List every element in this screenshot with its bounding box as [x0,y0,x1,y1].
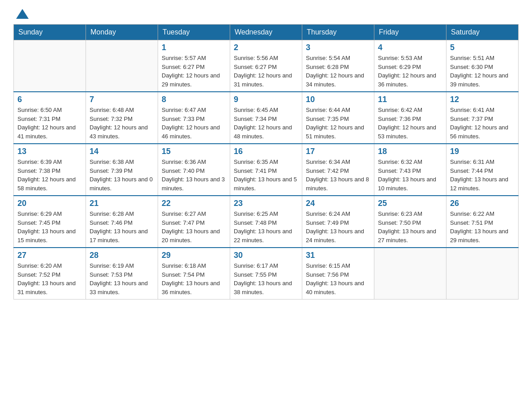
day-detail: Sunrise: 6:25 AMSunset: 7:48 PMDaylight:… [234,210,298,244]
calendar-cell [374,248,446,300]
day-number: 16 [234,147,298,156]
calendar-cell: 16Sunrise: 6:35 AMSunset: 7:41 PMDayligh… [230,144,302,196]
day-detail: Sunrise: 6:27 AMSunset: 7:47 PMDaylight:… [162,210,226,244]
day-number: 13 [17,147,82,156]
calendar-cell: 6Sunrise: 6:50 AMSunset: 7:31 PMDaylight… [14,92,86,144]
calendar-cell: 1Sunrise: 5:57 AMSunset: 6:27 PMDaylight… [158,40,230,92]
calendar-cell: 31Sunrise: 6:15 AMSunset: 7:56 PMDayligh… [302,248,374,300]
calendar-cell: 7Sunrise: 6:48 AMSunset: 7:32 PMDaylight… [86,92,158,144]
day-detail: Sunrise: 6:41 AMSunset: 7:37 PMDaylight:… [450,106,515,141]
day-number: 15 [162,147,226,156]
day-of-week-header: Wednesday [230,25,302,40]
calendar-cell: 22Sunrise: 6:27 AMSunset: 7:47 PMDayligh… [158,196,230,248]
day-detail: Sunrise: 6:28 AMSunset: 7:46 PMDaylight:… [90,210,154,244]
day-detail: Sunrise: 6:48 AMSunset: 7:32 PMDaylight:… [90,106,154,141]
day-number: 21 [90,199,154,208]
calendar-cell: 12Sunrise: 6:41 AMSunset: 7:37 PMDayligh… [446,92,519,144]
calendar-cell: 30Sunrise: 6:17 AMSunset: 7:55 PMDayligh… [230,248,302,300]
calendar-cell: 3Sunrise: 5:54 AMSunset: 6:28 PMDaylight… [302,40,374,92]
day-of-week-header: Sunday [14,25,86,40]
day-number: 11 [378,95,442,104]
calendar-cell: 20Sunrise: 6:29 AMSunset: 7:45 PMDayligh… [14,196,86,248]
page-header [13,9,519,20]
day-number: 25 [378,199,442,208]
day-detail: Sunrise: 6:38 AMSunset: 7:39 PMDaylight:… [90,158,154,193]
day-detail: Sunrise: 6:34 AMSunset: 7:42 PMDaylight:… [306,158,370,193]
calendar-cell: 19Sunrise: 6:31 AMSunset: 7:44 PMDayligh… [446,144,519,196]
day-detail: Sunrise: 6:15 AMSunset: 7:56 PMDaylight:… [306,261,370,296]
calendar-cell [446,248,519,300]
calendar-cell: 15Sunrise: 6:36 AMSunset: 7:40 PMDayligh… [158,144,230,196]
day-detail: Sunrise: 5:57 AMSunset: 6:27 PMDaylight:… [162,54,226,89]
day-number: 28 [90,251,154,260]
day-detail: Sunrise: 6:17 AMSunset: 7:55 PMDaylight:… [234,261,298,296]
day-detail: Sunrise: 6:42 AMSunset: 7:36 PMDaylight:… [378,106,442,141]
day-of-week-header: Thursday [302,25,374,40]
day-number: 3 [306,43,370,52]
day-detail: Sunrise: 6:19 AMSunset: 7:53 PMDaylight:… [90,261,154,296]
day-number: 23 [234,199,298,208]
day-number: 9 [234,95,298,104]
calendar-cell: 29Sunrise: 6:18 AMSunset: 7:54 PMDayligh… [158,248,230,300]
day-number: 5 [450,43,515,52]
calendar-week-row: 13Sunrise: 6:39 AMSunset: 7:38 PMDayligh… [14,144,519,196]
calendar-week-row: 6Sunrise: 6:50 AMSunset: 7:31 PMDaylight… [14,92,519,144]
day-number: 31 [306,251,370,260]
day-detail: Sunrise: 6:47 AMSunset: 7:33 PMDaylight:… [162,106,226,141]
day-number: 1 [162,43,226,52]
calendar-cell: 25Sunrise: 6:23 AMSunset: 7:50 PMDayligh… [374,196,446,248]
calendar-cell: 21Sunrise: 6:28 AMSunset: 7:46 PMDayligh… [86,196,158,248]
calendar-cell: 4Sunrise: 5:53 AMSunset: 6:29 PMDaylight… [374,40,446,92]
calendar-cell: 11Sunrise: 6:42 AMSunset: 7:36 PMDayligh… [374,92,446,144]
calendar-cell: 28Sunrise: 6:19 AMSunset: 7:53 PMDayligh… [86,248,158,300]
day-number: 17 [306,147,370,156]
day-detail: Sunrise: 6:35 AMSunset: 7:41 PMDaylight:… [234,158,298,193]
day-detail: Sunrise: 5:54 AMSunset: 6:28 PMDaylight:… [306,54,370,89]
day-detail: Sunrise: 6:22 AMSunset: 7:51 PMDaylight:… [450,210,515,244]
day-number: 18 [378,147,442,156]
calendar-cell: 5Sunrise: 5:51 AMSunset: 6:30 PMDaylight… [446,40,519,92]
day-detail: Sunrise: 6:36 AMSunset: 7:40 PMDaylight:… [162,158,226,193]
calendar-week-row: 27Sunrise: 6:20 AMSunset: 7:52 PMDayligh… [14,248,519,300]
day-detail: Sunrise: 6:31 AMSunset: 7:44 PMDaylight:… [450,158,515,193]
day-detail: Sunrise: 6:39 AMSunset: 7:38 PMDaylight:… [17,158,82,193]
day-detail: Sunrise: 6:20 AMSunset: 7:52 PMDaylight:… [17,261,82,296]
day-detail: Sunrise: 6:45 AMSunset: 7:34 PMDaylight:… [234,106,298,141]
day-number: 22 [162,199,226,208]
calendar-cell: 13Sunrise: 6:39 AMSunset: 7:38 PMDayligh… [14,144,86,196]
calendar-cell: 17Sunrise: 6:34 AMSunset: 7:42 PMDayligh… [302,144,374,196]
day-of-week-header: Friday [374,25,446,40]
calendar-week-row: 20Sunrise: 6:29 AMSunset: 7:45 PMDayligh… [14,196,519,248]
day-number: 30 [234,251,298,260]
calendar-cell: 2Sunrise: 5:56 AMSunset: 6:27 PMDaylight… [230,40,302,92]
day-number: 2 [234,43,298,52]
day-detail: Sunrise: 5:53 AMSunset: 6:29 PMDaylight:… [378,54,442,89]
calendar-table: SundayMondayTuesdayWednesdayThursdayFrid… [13,24,519,300]
day-number: 4 [378,43,442,52]
day-of-week-header: Tuesday [158,25,230,40]
day-detail: Sunrise: 6:24 AMSunset: 7:49 PMDaylight:… [306,210,370,244]
calendar-cell [14,40,86,92]
day-detail: Sunrise: 5:56 AMSunset: 6:27 PMDaylight:… [234,54,298,89]
calendar-cell: 23Sunrise: 6:25 AMSunset: 7:48 PMDayligh… [230,196,302,248]
calendar-cell: 26Sunrise: 6:22 AMSunset: 7:51 PMDayligh… [446,196,519,248]
day-number: 8 [162,95,226,104]
calendar-header-row: SundayMondayTuesdayWednesdayThursdayFrid… [14,25,519,40]
calendar-cell: 9Sunrise: 6:45 AMSunset: 7:34 PMDaylight… [230,92,302,144]
day-of-week-header: Saturday [446,25,519,40]
day-number: 27 [17,251,82,260]
calendar-cell: 27Sunrise: 6:20 AMSunset: 7:52 PMDayligh… [14,248,86,300]
calendar-cell: 18Sunrise: 6:32 AMSunset: 7:43 PMDayligh… [374,144,446,196]
day-detail: Sunrise: 6:29 AMSunset: 7:45 PMDaylight:… [17,210,82,244]
logo [13,9,32,20]
calendar-week-row: 1Sunrise: 5:57 AMSunset: 6:27 PMDaylight… [14,40,519,92]
day-number: 20 [17,199,82,208]
day-number: 7 [90,95,154,104]
day-number: 24 [306,199,370,208]
day-detail: Sunrise: 6:32 AMSunset: 7:43 PMDaylight:… [378,158,442,193]
calendar-cell: 10Sunrise: 6:44 AMSunset: 7:35 PMDayligh… [302,92,374,144]
calendar-cell: 8Sunrise: 6:47 AMSunset: 7:33 PMDaylight… [158,92,230,144]
day-number: 10 [306,95,370,104]
day-detail: Sunrise: 6:23 AMSunset: 7:50 PMDaylight:… [378,210,442,244]
calendar-cell: 14Sunrise: 6:38 AMSunset: 7:39 PMDayligh… [86,144,158,196]
